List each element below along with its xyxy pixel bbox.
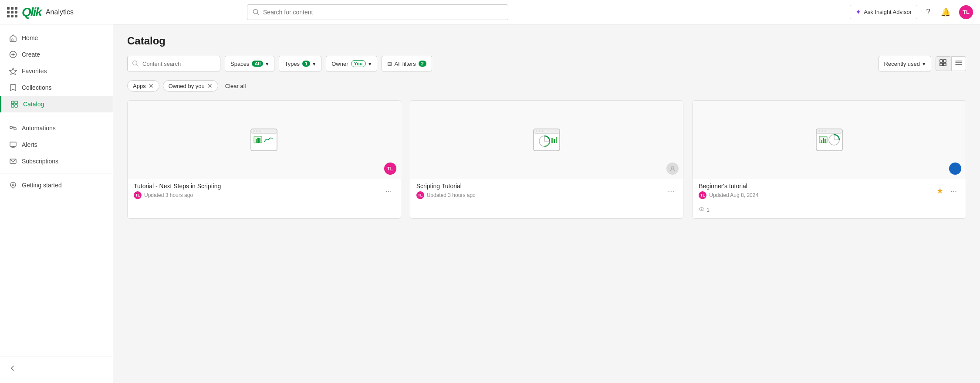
svg-point-17 [12, 184, 14, 186]
apps-filter-tag[interactable]: Apps ✕ [127, 80, 159, 92]
spaces-filter-button[interactable]: Spaces All ▾ [225, 56, 274, 71]
app-icon-2 [529, 125, 564, 155]
sidebar-item-create[interactable]: Create [0, 46, 113, 63]
sidebar-item-automations[interactable]: Automations [0, 120, 113, 136]
help-button[interactable]: ? [924, 6, 932, 18]
all-filters-button[interactable]: ⊟ All filters 2 [382, 56, 432, 71]
svg-rect-20 [940, 60, 943, 62]
svg-rect-12 [14, 128, 16, 130]
card-menu-button-1[interactable]: ··· [383, 186, 395, 197]
svg-point-47 [671, 166, 674, 169]
svg-rect-35 [257, 138, 259, 143]
app-icon-1 [247, 125, 281, 155]
sidebar-item-home[interactable]: Home [0, 30, 113, 46]
card-meta-1: TL Updated 3 hours ago [134, 191, 221, 199]
apps-filter-remove-icon[interactable]: ✕ [149, 82, 154, 89]
global-search-bar[interactable] [247, 4, 508, 20]
svg-rect-34 [256, 139, 257, 143]
topbar-left: Qlik Analytics [7, 5, 74, 19]
sidebar-item-favorites-label: Favorites [22, 68, 47, 75]
svg-rect-42 [547, 130, 558, 132]
topbar-right: ✦ Ask Insight Advisor ? 🔔 TL [850, 5, 973, 19]
card-meta-avatar-3: TL [699, 191, 706, 199]
grid-menu-icon[interactable] [7, 7, 17, 17]
alerts-icon [9, 141, 17, 149]
sidebar-item-collections[interactable]: Collections [0, 79, 113, 96]
sidebar-item-catalog[interactable]: Catalog [0, 96, 113, 112]
card-menu-button-2[interactable]: ··· [665, 186, 677, 197]
owned-by-you-filter-remove-icon[interactable]: ✕ [207, 82, 213, 89]
card-footer-2: Scripting Tutorial TL Updated 3 hours ag… [410, 179, 683, 204]
owned-by-you-filter-tag[interactable]: Owned by you ✕ [163, 80, 218, 92]
notifications-button[interactable]: 🔔 [939, 6, 952, 19]
card-preview-1: TL [128, 101, 401, 179]
sidebar-item-getting-started[interactable]: Getting started [0, 177, 113, 193]
app-card-2[interactable]: Scripting Tutorial TL Updated 3 hours ag… [410, 100, 684, 219]
app-card-1[interactable]: TL Tutorial - Next Steps in Scripting TL… [127, 100, 401, 219]
sort-label: Recently used [884, 61, 920, 67]
clear-all-filters-button[interactable]: Clear all [222, 81, 250, 91]
content-search-field[interactable] [142, 61, 216, 67]
svg-point-41 [542, 130, 544, 132]
svg-rect-56 [823, 138, 824, 143]
grid-view-icon [939, 59, 946, 66]
app-card-3[interactable]: Beginner's tutorial TL Updated Aug 8, 20… [692, 100, 966, 219]
svg-point-30 [256, 130, 258, 132]
card-owner-badge-2 [666, 163, 679, 175]
topbar: Qlik Analytics ✦ Ask Insight Advisor ? 🔔… [0, 0, 980, 24]
insight-advisor-label: Ask Insight Advisor [864, 9, 912, 15]
svg-marker-6 [10, 68, 17, 75]
sidebar-item-catalog-label: Catalog [23, 101, 44, 108]
svg-line-19 [137, 65, 139, 67]
content-search-input[interactable] [127, 56, 220, 71]
owner-chevron-icon: ▾ [368, 61, 372, 67]
card-meta-2: TL Updated 3 hours ago [416, 191, 476, 199]
card-updated-3: Updated Aug 8, 2024 [709, 192, 758, 198]
sidebar-bottom [0, 349, 113, 378]
grid-view-button[interactable] [936, 56, 950, 71]
owner-filter-button[interactable]: Owner You ▾ [326, 56, 377, 71]
sidebar-item-collections-label: Collections [22, 84, 51, 91]
subscriptions-icon [9, 157, 17, 165]
global-search-input[interactable] [263, 9, 503, 16]
star-icon [9, 67, 17, 75]
card-meta-3: TL Updated Aug 8, 2024 [699, 191, 758, 199]
app-name: Analytics [46, 8, 74, 16]
svg-rect-2 [12, 39, 13, 41]
plus-icon [9, 51, 17, 58]
active-filters-row: Apps ✕ Owned by you ✕ Clear all [127, 80, 966, 92]
svg-point-39 [536, 130, 537, 132]
svg-rect-23 [943, 63, 946, 66]
page-title: Catalog [127, 35, 966, 47]
sidebar-item-subscriptions[interactable]: Subscriptions [0, 153, 113, 169]
sidebar-item-alerts[interactable]: Alerts [0, 136, 113, 153]
svg-rect-57 [825, 139, 826, 143]
user-avatar[interactable]: TL [959, 5, 973, 19]
card-star-button-3[interactable]: ★ [935, 185, 945, 197]
sort-button[interactable]: Recently used ▾ [879, 56, 931, 71]
insight-advisor-button[interactable]: ✦ Ask Insight Advisor [850, 5, 917, 19]
svg-point-52 [825, 130, 826, 132]
list-view-button[interactable] [951, 56, 966, 71]
svg-rect-36 [259, 138, 260, 143]
sidebar-item-subscriptions-label: Subscriptions [22, 158, 58, 165]
card-owner-badge-3 [949, 163, 961, 175]
sidebar-item-favorites[interactable]: Favorites [0, 63, 113, 79]
svg-rect-11 [10, 126, 12, 129]
spaces-label: Spaces [230, 61, 249, 67]
card-menu-button-3[interactable]: ··· [948, 186, 960, 197]
card-title-1: Tutorial - Next Steps in Scripting [134, 183, 221, 190]
svg-rect-45 [554, 139, 555, 143]
spaces-chevron-icon: ▾ [266, 61, 269, 67]
types-badge: 1 [302, 61, 310, 67]
types-filter-button[interactable]: Types 1 ▾ [279, 56, 321, 71]
svg-rect-8 [15, 101, 17, 104]
svg-rect-44 [551, 138, 553, 143]
card-meta-avatar-1: TL [134, 191, 142, 199]
view-toggle [936, 56, 966, 71]
insight-advisor-icon: ✦ [855, 8, 861, 16]
collapse-sidebar-button[interactable] [0, 360, 113, 378]
svg-point-29 [253, 130, 255, 132]
spaces-badge: All [252, 61, 263, 67]
card-footer-3: Beginner's tutorial TL Updated Aug 8, 20… [693, 179, 966, 204]
